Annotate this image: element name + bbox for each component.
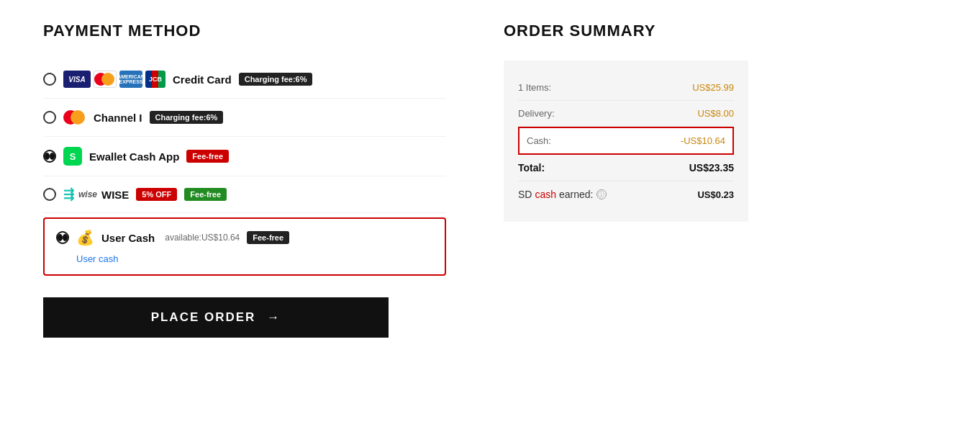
sd-cash-row: SD cash earned: ⓘ US$0.23 <box>518 181 734 207</box>
credit-card-radio[interactable] <box>43 73 56 86</box>
delivery-row: Delivery: US$8.00 <box>518 101 734 127</box>
order-summary-box: 1 Items: US$25.99 Delivery: US$8.00 Cash… <box>504 60 748 222</box>
order-summary-title: ORDER SUMMARY <box>504 22 748 40</box>
cash-app-option[interactable]: S Ewallet Cash App Fee-free <box>43 137 446 176</box>
mastercard-logo <box>94 71 117 88</box>
total-row: Total: US$23.35 <box>518 155 734 181</box>
wise-option[interactable]: ⇶ wise WISE 5% OFF Fee-free <box>43 176 446 213</box>
credit-card-label: Credit Card <box>173 73 232 86</box>
payment-method-section: PAYMENT METHOD VISA AMERICAN EXPRESS JCB… <box>43 22 446 338</box>
wise-label: WISE <box>101 189 129 201</box>
wise-brand: ⇶ wise WISE <box>63 186 129 202</box>
place-order-button[interactable]: PLACE ORDER → <box>43 297 389 338</box>
user-cash-label: User Cash <box>101 232 155 244</box>
channel1-option[interactable]: Channel I Charging fee:6% <box>43 99 446 137</box>
channel1-badge: Charging fee:6% <box>150 111 224 124</box>
user-cash-link[interactable]: User cash <box>76 253 433 264</box>
items-value: US$25.99 <box>692 82 734 93</box>
user-cash-icon: 💰 <box>76 229 94 246</box>
sd-cash-text: cash <box>535 189 556 200</box>
channel1-mc-icon <box>63 109 86 126</box>
wise-radio[interactable] <box>43 188 56 201</box>
user-cash-radio[interactable] <box>56 231 69 244</box>
jcb-logo: JCB <box>145 71 165 88</box>
user-cash-badge: Fee-free <box>247 231 289 244</box>
items-label: 1 Items: <box>518 82 551 93</box>
credit-card-option[interactable]: VISA AMERICAN EXPRESS JCB Credit Card Ch… <box>43 60 446 99</box>
sd-earned-text: earned: <box>559 189 593 200</box>
cash-app-icon: S <box>63 147 82 166</box>
sd-cash-value: US$0.23 <box>697 189 734 200</box>
total-value: US$23.35 <box>689 162 734 174</box>
user-cash-option[interactable]: 💰 User Cash available:US$10.64 Fee-free … <box>43 217 446 276</box>
visa-logo: VISA <box>63 71 91 88</box>
order-summary-section: ORDER SUMMARY 1 Items: US$25.99 Delivery… <box>504 22 748 222</box>
cash-app-badge: Fee-free <box>186 150 229 163</box>
cash-value: -US$10.64 <box>681 135 725 146</box>
cash-app-label: Ewallet Cash App <box>89 150 179 163</box>
cash-row: Cash: -US$10.64 <box>518 127 734 155</box>
delivery-value: US$8.00 <box>697 108 734 119</box>
credit-card-badge: Charging fee:6% <box>239 73 313 86</box>
user-cash-available: available:US$10.64 <box>165 233 240 243</box>
payment-title: PAYMENT METHOD <box>43 22 446 40</box>
delivery-label: Delivery: <box>518 108 555 119</box>
amex-logo: AMERICAN EXPRESS <box>119 71 142 88</box>
card-logos: VISA AMERICAN EXPRESS JCB <box>63 71 165 88</box>
cash-app-radio[interactable] <box>43 150 56 163</box>
wise-feefree-badge: Fee-free <box>184 188 227 201</box>
cash-label: Cash: <box>527 135 551 146</box>
place-order-label: PLACE ORDER <box>151 310 256 325</box>
items-row: 1 Items: US$25.99 <box>518 75 734 101</box>
channel1-label: Channel I <box>94 112 142 124</box>
info-icon[interactable]: ⓘ <box>596 189 607 199</box>
sd-cash-label-container: SD cash earned: ⓘ <box>518 189 607 200</box>
wise-discount-badge: 5% OFF <box>136 188 177 201</box>
sd-text: SD <box>518 189 532 200</box>
channel1-radio[interactable] <box>43 111 56 124</box>
total-label: Total: <box>518 162 545 174</box>
arrow-icon: → <box>267 310 281 325</box>
